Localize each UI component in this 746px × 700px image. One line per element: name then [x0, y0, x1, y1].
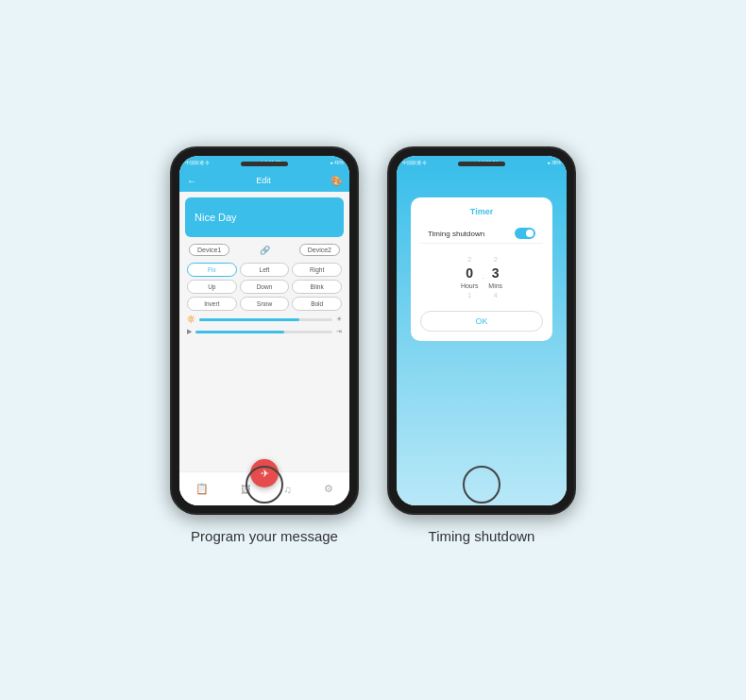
timing-label: Timing shutdown	[428, 230, 484, 238]
phone2: 中国联通 令 上午11:24 ● 38% Timer Timing shutdo…	[387, 146, 576, 515]
screen-content: Nice Day Device1 🔗 Device2 Fix Left Righ…	[179, 192, 349, 471]
text-icon[interactable]: 📋	[195, 483, 209, 495]
device1-btn[interactable]: Device1	[189, 244, 229, 256]
app-header: ← Edit 🎨	[179, 169, 349, 192]
timer-title: Timer	[420, 207, 543, 216]
phone2-caption: Timing shutdown	[429, 528, 535, 544]
timing-toggle[interactable]	[515, 228, 535, 239]
slider2-row: ▶ ⇥	[185, 328, 344, 335]
text-display[interactable]: Nice Day	[185, 197, 344, 237]
mins-below: 4	[494, 291, 498, 299]
timing-shutdown-row: Timing shutdown	[420, 224, 543, 244]
effect-blink[interactable]: Blink	[292, 280, 342, 294]
slider2-fill	[195, 331, 284, 333]
p2-status-time: 上午11:24	[477, 160, 499, 165]
music-icon[interactable]: ♫	[283, 484, 291, 495]
hours-above: 2	[467, 255, 471, 264]
timer-dialog: Timer Timing shutdown 2 0 Hours 1	[411, 197, 552, 341]
slider2-track[interactable]	[195, 331, 332, 333]
phone2-section: 中国联通 令 上午11:24 ● 38% Timer Timing shutdo…	[387, 146, 576, 544]
hours-below: 1	[467, 291, 471, 299]
effect-left[interactable]: Left	[240, 263, 290, 277]
back-icon[interactable]: ←	[187, 176, 196, 186]
slider1-track[interactable]	[199, 318, 332, 321]
speed-icon: ▶	[187, 328, 192, 335]
effect-down[interactable]: Down	[240, 280, 290, 294]
header-title: Edit	[256, 176, 271, 185]
mins-value: 3	[492, 265, 500, 281]
p2-status-left: 中国联通 令	[402, 160, 427, 165]
phone2-screen: 中国联通 令 上午11:24 ● 38% Timer Timing shutdo…	[397, 156, 567, 505]
settings-icon[interactable]: ⚙	[324, 483, 333, 495]
slider1-row: 🔆 ☀	[185, 316, 344, 323]
slider2-end: ⇥	[336, 328, 342, 335]
text-value: Nice Day	[195, 212, 237, 223]
effects-grid: Fix Left Right Up Down Blink Invert Snow…	[185, 263, 344, 311]
device-row: Device1 🔗 Device2	[185, 242, 344, 258]
mins-col: 2 3 Mins 4	[488, 255, 502, 299]
phone1-screen: 中国联通 令 上午11:22 ● 40% ← Edit 🎨 Nice Day	[179, 156, 349, 505]
time-separator: ·	[483, 273, 485, 283]
send-icon: ✈	[261, 468, 269, 480]
device2-btn[interactable]: Device2	[299, 244, 340, 256]
p2-status-right: ● 38%	[548, 160, 561, 165]
hours-col: 2 0 Hours 1	[461, 255, 479, 299]
effect-snow[interactable]: Snow	[240, 297, 290, 311]
phone1-caption: Program your message	[191, 528, 338, 544]
mins-label: Mins	[488, 282, 502, 289]
time-picker: 2 0 Hours 1 · 2 3 Mins 4	[420, 251, 543, 303]
effect-up[interactable]: Up	[187, 280, 237, 294]
link-icon: 🔗	[260, 246, 270, 255]
status-left: 中国联通 令	[185, 160, 210, 165]
phone2-status-bar: 中国联通 令 上午11:24 ● 38%	[397, 156, 567, 169]
phone1: 中国联通 令 上午11:22 ● 40% ← Edit 🎨 Nice Day	[170, 146, 359, 515]
timer-screen: Timer Timing shutdown 2 0 Hours 1	[397, 169, 567, 505]
status-right: ● 40%	[331, 160, 344, 165]
brightness-icon: 🔆	[187, 316, 195, 323]
slider1-fill	[199, 318, 299, 321]
phone1-section: 中国联通 令 上午11:22 ● 40% ← Edit 🎨 Nice Day	[170, 146, 359, 544]
effect-invert[interactable]: Invert	[187, 297, 237, 311]
palette-icon[interactable]: 🎨	[331, 176, 342, 186]
main-container: 中国联通 令 上午11:22 ● 40% ← Edit 🎨 Nice Day	[142, 128, 604, 572]
mins-above: 2	[494, 255, 498, 264]
image-icon[interactable]: 🖼	[241, 484, 251, 495]
ok-button[interactable]: OK	[420, 311, 543, 332]
bottom-toolbar: 📋 🖼 ✈ ♫ ⚙	[179, 471, 349, 505]
hours-value: 0	[466, 265, 473, 281]
send-fab[interactable]: ✈	[250, 459, 279, 487]
effect-right[interactable]: Right	[292, 263, 342, 277]
slider1-end: ☀	[336, 316, 342, 323]
effect-fix[interactable]: Fix	[187, 263, 237, 277]
status-time: 上午11:22	[260, 160, 281, 165]
hours-label: Hours	[461, 282, 479, 289]
effect-bold[interactable]: Bold	[292, 297, 342, 311]
phone1-status-bar: 中国联通 令 上午11:22 ● 40%	[179, 156, 349, 169]
